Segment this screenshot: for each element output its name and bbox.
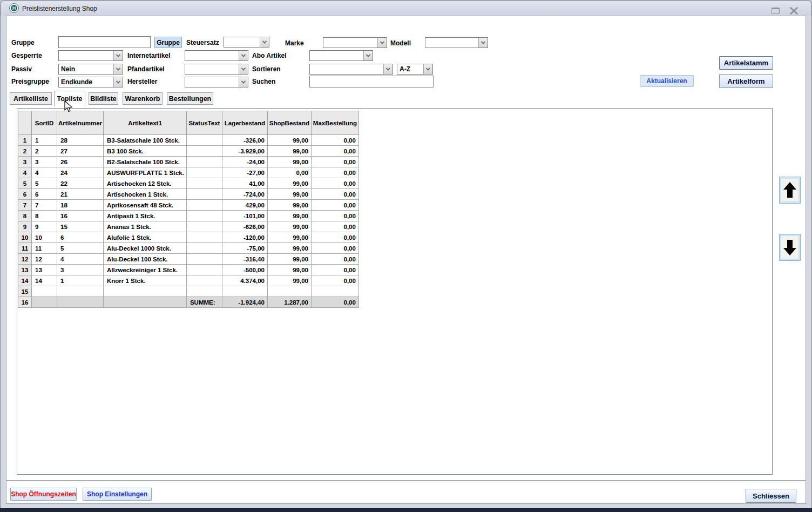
grid-cell[interactable]: 0,00 bbox=[311, 211, 358, 221]
grid-cell[interactable]: SUMME: bbox=[186, 297, 222, 308]
grid-cell[interactable]: 22 bbox=[57, 178, 104, 189]
table-row[interactable]: 2227B3 100 Stck.-3.929,0099,000,00 bbox=[18, 146, 359, 157]
row-number-cell[interactable]: 5 bbox=[18, 178, 32, 189]
grid-cell[interactable]: -120,00 bbox=[222, 232, 267, 243]
grid-cell[interactable]: 0,00 bbox=[311, 254, 358, 265]
grid-cell[interactable]: Allzweckreiniger 1 Stck. bbox=[104, 265, 187, 275]
grid-cell[interactable] bbox=[186, 286, 222, 297]
grid-cell[interactable]: -724,00 bbox=[222, 189, 267, 200]
grid-cell[interactable]: 0,00 bbox=[311, 200, 358, 211]
grid-cell[interactable]: 13 bbox=[32, 265, 57, 275]
grid-cell[interactable]: 0,00 bbox=[311, 178, 358, 189]
grid-cell[interactable]: 6 bbox=[32, 189, 57, 200]
grid-cell[interactable] bbox=[186, 200, 222, 211]
grid-cell[interactable]: 15 bbox=[57, 221, 104, 232]
grid-cell[interactable]: Alu-Deckel 1000 Stck. bbox=[104, 243, 187, 254]
grid-cell[interactable]: 99,00 bbox=[267, 265, 311, 275]
row-number-cell[interactable]: 4 bbox=[18, 167, 32, 178]
grid-cell[interactable] bbox=[311, 286, 358, 297]
restore-window-icon[interactable] bbox=[772, 8, 780, 14]
table-row[interactable]: 15 bbox=[18, 286, 359, 297]
row-number-cell[interactable]: 8 bbox=[18, 211, 32, 221]
grid-cell[interactable]: 0,00 bbox=[311, 297, 358, 308]
grid-cell[interactable]: 0,00 bbox=[311, 221, 358, 232]
table-row[interactable]: 7718Aprikosensaft 48 Stck.429,0099,000,0… bbox=[18, 200, 359, 211]
tab-artikelliste[interactable]: Artikelliste bbox=[10, 92, 52, 105]
table-row[interactable]: 13133Allzweckreiniger 1 Stck.-500,0099,0… bbox=[18, 265, 359, 275]
grid-cell[interactable]: 2 bbox=[32, 146, 57, 157]
grid-cell[interactable]: 5 bbox=[32, 178, 57, 189]
gesperrte-combo[interactable] bbox=[58, 50, 123, 61]
grid-cell[interactable]: 1 bbox=[32, 135, 57, 146]
grid-cell[interactable] bbox=[186, 189, 222, 200]
grid-cell[interactable]: 99,00 bbox=[267, 275, 311, 286]
grid-cell[interactable]: Artischocken 12 Stck. bbox=[104, 178, 187, 189]
marke-combo[interactable] bbox=[323, 37, 387, 48]
grid-cell[interactable]: 3 bbox=[57, 265, 104, 275]
grid-cell[interactable]: B3 100 Stck. bbox=[104, 146, 187, 157]
grid-cell[interactable] bbox=[186, 243, 222, 254]
grid-cell[interactable]: 8 bbox=[32, 211, 57, 221]
grid-cell[interactable] bbox=[267, 286, 311, 297]
hersteller-combo[interactable] bbox=[185, 77, 248, 87]
grid-cell[interactable]: 0,00 bbox=[311, 167, 358, 178]
close-icon[interactable] bbox=[789, 6, 799, 15]
grid-cell[interactable]: 16 bbox=[57, 211, 104, 221]
grid-cell[interactable] bbox=[104, 286, 187, 297]
grid-cell[interactable]: 99,00 bbox=[267, 243, 311, 254]
grid-cell[interactable]: B2-Salatschale 100 Stck. bbox=[104, 157, 187, 167]
table-row[interactable]: 9915Ananas 1 Stck.-626,0099,000,00 bbox=[18, 221, 359, 232]
tab-bestellungen[interactable]: Bestellungen bbox=[167, 92, 213, 105]
grid-cell[interactable]: Knorr 1 Stck. bbox=[104, 275, 187, 286]
chevron-down-icon[interactable] bbox=[478, 38, 488, 48]
suchen-input[interactable] bbox=[309, 76, 434, 87]
row-number-cell[interactable]: 2 bbox=[18, 146, 32, 157]
grid-cell[interactable]: -1.924,40 bbox=[222, 297, 267, 308]
artikelform-button[interactable]: Artikelform bbox=[719, 74, 773, 88]
grid-cell[interactable]: 99,00 bbox=[267, 157, 311, 167]
sort-direction-combo[interactable]: A-Z bbox=[397, 64, 433, 75]
chevron-down-icon[interactable] bbox=[113, 64, 123, 74]
row-number-cell[interactable]: 13 bbox=[18, 265, 32, 275]
table-row[interactable]: 3326B2-Salatschale 100 Stck.-24,0099,000… bbox=[18, 157, 359, 167]
tab-bildliste[interactable]: Bildliste bbox=[89, 92, 118, 105]
grid-cell[interactable]: 9 bbox=[32, 221, 57, 232]
grid-cell[interactable]: 0,00 bbox=[311, 135, 358, 146]
sortieren-combo[interactable] bbox=[309, 64, 393, 75]
row-number-cell[interactable]: 12 bbox=[18, 254, 32, 265]
gruppe-input[interactable] bbox=[58, 36, 151, 48]
grid-cell[interactable]: 99,00 bbox=[267, 221, 311, 232]
schliessen-button[interactable]: Schliessen bbox=[746, 489, 796, 503]
table-row[interactable]: 12124Alu-Deckel 100 Stck.-316,4099,000,0… bbox=[18, 254, 359, 265]
grid-cell[interactable]: 0,00 bbox=[311, 243, 358, 254]
grid-cell[interactable]: 14 bbox=[32, 275, 57, 286]
chevron-down-icon[interactable] bbox=[377, 38, 387, 48]
table-row[interactable]: 10106Alufolie 1 Stck.-120,0099,000,00 bbox=[18, 232, 359, 243]
grid-cell[interactable]: Alufolie 1 Stck. bbox=[104, 232, 187, 243]
row-number-cell[interactable]: 15 bbox=[18, 286, 32, 297]
table-row[interactable]: 4424AUSWURFPLATTE 1 Stck.-27,000,000,00 bbox=[18, 167, 359, 178]
grid-cell[interactable] bbox=[186, 167, 222, 178]
grid-cell[interactable]: 4 bbox=[32, 167, 57, 178]
grid-cell[interactable] bbox=[57, 286, 104, 297]
gruppe-button[interactable]: Gruppe bbox=[154, 37, 182, 48]
grid-cell[interactable]: -316,40 bbox=[222, 254, 267, 265]
chevron-down-icon[interactable] bbox=[239, 51, 248, 60]
chevron-down-icon[interactable] bbox=[260, 37, 269, 47]
row-number-cell[interactable]: 7 bbox=[18, 200, 32, 211]
grid-cell[interactable] bbox=[57, 297, 104, 308]
chevron-down-icon[interactable] bbox=[363, 51, 373, 60]
grid-cell[interactable] bbox=[32, 297, 57, 308]
grid-cell[interactable]: -626,00 bbox=[222, 221, 267, 232]
grid-cell[interactable]: 12 bbox=[32, 254, 57, 265]
grid-cell[interactable]: 0,00 bbox=[311, 189, 358, 200]
grid-cell[interactable]: -24,00 bbox=[222, 157, 267, 167]
grid-cell[interactable] bbox=[186, 178, 222, 189]
chevron-down-icon[interactable] bbox=[113, 51, 123, 60]
grid-cell[interactable]: 1 bbox=[57, 275, 104, 286]
tab-warenkorb[interactable]: Warenkorb bbox=[123, 92, 163, 105]
grid-cell[interactable]: Alu-Deckel 100 Stck. bbox=[104, 254, 187, 265]
grid-cell[interactable]: Aprikosensaft 48 Stck. bbox=[104, 200, 187, 211]
aktualisieren-button[interactable]: Aktualisieren bbox=[640, 75, 694, 87]
table-row[interactable]: 14141Knorr 1 Stck.4.374,0099,000,00 bbox=[18, 275, 359, 286]
